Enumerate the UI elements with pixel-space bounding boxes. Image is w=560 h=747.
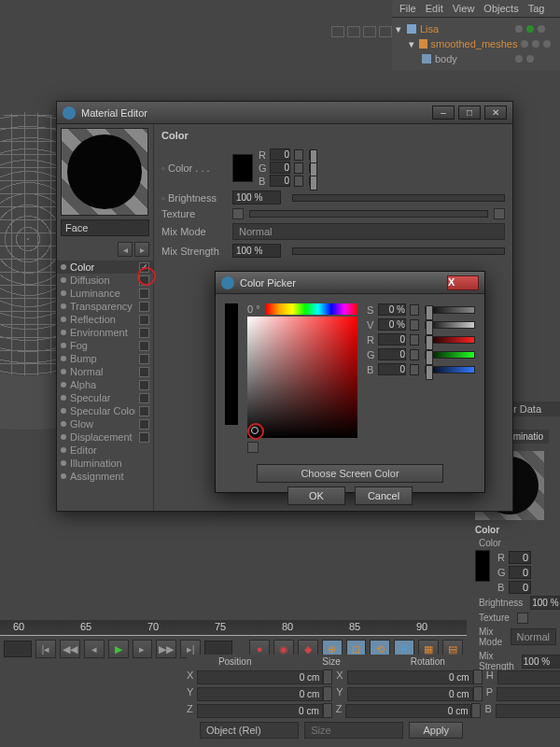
prev-material-button[interactable]: ◂ (118, 242, 133, 257)
spinner[interactable] (323, 686, 332, 701)
spinner[interactable] (471, 703, 481, 718)
channel-reflection[interactable]: Reflection (57, 313, 153, 326)
channel-illumination[interactable]: Illumination (57, 457, 153, 470)
size-mode-select[interactable]: Size (304, 722, 403, 739)
zoom-icon[interactable] (347, 26, 360, 37)
channel-assignment[interactable]: Assignment (57, 470, 153, 483)
value-g[interactable]: 0 (270, 162, 290, 174)
menu-tags[interactable]: Tag (528, 3, 545, 14)
brightness-input[interactable] (530, 596, 560, 610)
timeline-ruler[interactable]: 60657075808590 (0, 620, 467, 635)
window-titlebar[interactable]: Material Editor – □ ✕ (57, 102, 512, 124)
prev-key-button[interactable]: ◀◀ (60, 640, 80, 658)
texture-picker-icon[interactable] (517, 613, 528, 624)
spinner[interactable] (323, 703, 332, 718)
material-name-input[interactable]: Face (61, 219, 149, 236)
channel-luminance[interactable]: Luminance (57, 287, 153, 300)
texture-picker-icon[interactable] (232, 208, 244, 219)
hierarchy-item-lisa[interactable]: ▾ Lisa (394, 21, 558, 36)
channel-alpha[interactable]: Alpha (57, 378, 153, 391)
expand-icon[interactable]: ▾ (407, 38, 415, 50)
value-b[interactable]: 0 (509, 581, 531, 594)
channel-glow[interactable]: Glow (57, 417, 153, 430)
mixmode-select[interactable]: Normal (232, 223, 505, 240)
color-swatch[interactable] (232, 154, 253, 182)
frame-start-input[interactable] (4, 641, 32, 657)
channel-bump[interactable]: Bump (57, 352, 153, 365)
value-r[interactable]: 0 (509, 551, 531, 564)
slider-s[interactable] (425, 306, 475, 314)
expand-icon[interactable]: ▾ (394, 23, 403, 35)
slider-b[interactable] (309, 176, 311, 186)
hierarchy-item-smoothed[interactable]: ▾ smoothed_meshes (394, 36, 558, 51)
spinner[interactable] (410, 349, 419, 360)
spinner[interactable] (410, 304, 419, 316)
slider-b[interactable] (425, 366, 475, 374)
minimize-button[interactable]: – (432, 106, 455, 120)
mixstrength-slider[interactable] (292, 247, 505, 255)
goto-start-button[interactable]: |◂ (35, 640, 56, 658)
value-g[interactable]: 0 (378, 348, 406, 360)
dialog-titlebar[interactable]: Color Picker X (216, 272, 484, 294)
slider-r[interactable] (425, 336, 475, 344)
viewport-nav-icons[interactable] (331, 26, 392, 37)
hierarchy-item-body[interactable]: body (394, 51, 558, 66)
rotate-icon[interactable] (363, 26, 376, 37)
rot-X[interactable] (497, 670, 560, 684)
brightness-slider[interactable] (292, 194, 505, 202)
coord-mode-select[interactable]: Object (Rel) (200, 722, 299, 739)
channel-specular-color[interactable]: Specular Color (57, 404, 153, 417)
value-s[interactable]: 0 % (378, 303, 406, 316)
color-swatch[interactable] (475, 550, 490, 582)
channel-normal[interactable]: Normal (57, 365, 153, 378)
size-Z[interactable] (345, 704, 471, 718)
brightness-input[interactable] (232, 190, 281, 204)
sv-picker[interactable] (247, 317, 357, 438)
object-manager-menu[interactable]: File Edit View Objects Tag (392, 0, 560, 18)
pan-icon[interactable] (331, 26, 344, 37)
menu-file[interactable]: File (399, 3, 416, 14)
value-b[interactable]: 0 (270, 175, 290, 187)
channel-editor[interactable]: Editor (57, 444, 153, 457)
cancel-button[interactable]: Cancel (355, 486, 413, 505)
value-v[interactable]: 0 % (378, 318, 406, 331)
spinner[interactable] (294, 176, 303, 187)
rot-Y[interactable] (497, 687, 560, 701)
slider-g[interactable] (309, 163, 311, 173)
channel-fog[interactable]: Fog (57, 339, 153, 352)
next-material-button[interactable]: ▸ (134, 242, 149, 257)
spinner[interactable] (294, 149, 303, 161)
mixstrength-input[interactable] (232, 244, 281, 258)
mixstrength-input[interactable] (522, 655, 560, 669)
spinner[interactable] (323, 669, 332, 684)
spinner[interactable] (410, 334, 419, 345)
texture-field[interactable] (249, 210, 488, 218)
menu-view[interactable]: View (453, 3, 475, 14)
value-r[interactable]: 0 (378, 333, 406, 345)
apply-button[interactable]: Apply (409, 722, 463, 739)
ok-button[interactable]: OK (287, 486, 345, 505)
spinner[interactable] (473, 669, 483, 684)
value-r[interactable]: 0 (270, 148, 290, 161)
slider-g[interactable] (425, 351, 475, 359)
mixmode-select[interactable]: Normal (511, 628, 556, 645)
channel-displacement[interactable]: Displacement (57, 430, 153, 444)
spinner[interactable] (294, 162, 303, 174)
menu-objects[interactable]: Objects (483, 3, 518, 14)
spinner[interactable] (473, 686, 483, 701)
channel-specular[interactable]: Specular (57, 391, 153, 404)
pos-Y[interactable] (197, 687, 323, 701)
close-button[interactable]: ✕ (484, 106, 507, 120)
slider-v[interactable] (425, 321, 475, 329)
object-hierarchy[interactable]: ▾ Lisa ▾ smoothed_meshes body (392, 18, 560, 70)
menu-edit[interactable]: Edit (426, 3, 443, 14)
channel-transparency[interactable]: Transparency (57, 300, 153, 313)
next-frame-button[interactable]: ▸ (133, 640, 153, 658)
next-key-button[interactable]: ▶▶ (156, 640, 176, 658)
texture-options-icon[interactable] (494, 208, 505, 219)
slider-r[interactable] (309, 150, 311, 160)
spinner[interactable] (410, 319, 419, 331)
choose-screen-color-button[interactable]: Choose Screen Color (257, 464, 443, 483)
value-g[interactable]: 0 (509, 566, 531, 579)
rot-Z[interactable] (496, 704, 560, 718)
